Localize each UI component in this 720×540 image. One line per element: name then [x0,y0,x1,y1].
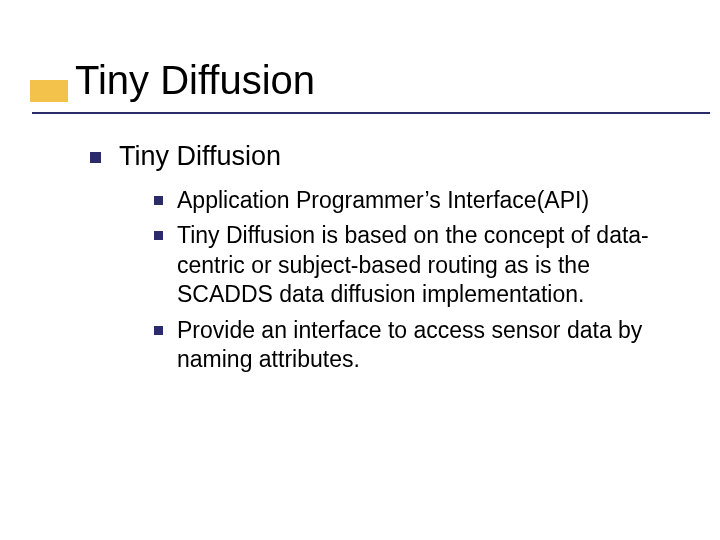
list-item-label: Application Programmer’s Interface(API) [177,186,589,215]
list-item-label: Tiny Diffusion [119,140,281,174]
slide-title: Tiny Diffusion [30,58,690,103]
title-block: Tiny Diffusion [30,58,690,103]
title-rule [32,112,710,114]
square-bullet-icon [154,196,163,205]
slide-body: Tiny Diffusion Application Programmer’s … [90,140,680,380]
square-bullet-icon [90,152,101,163]
list-item: Tiny Diffusion is based on the concept o… [154,221,680,309]
list-item: Tiny Diffusion [90,140,680,174]
list-item-label: Provide an interface to access sensor da… [177,316,677,375]
list-item: Application Programmer’s Interface(API) [154,186,680,215]
square-bullet-icon [154,326,163,335]
list-item: Provide an interface to access sensor da… [154,316,680,375]
square-bullet-icon [154,231,163,240]
list-item-label: Tiny Diffusion is based on the concept o… [177,221,677,309]
slide: Tiny Diffusion Tiny Diffusion Applicatio… [0,0,720,540]
sub-list: Application Programmer’s Interface(API) … [154,186,680,375]
